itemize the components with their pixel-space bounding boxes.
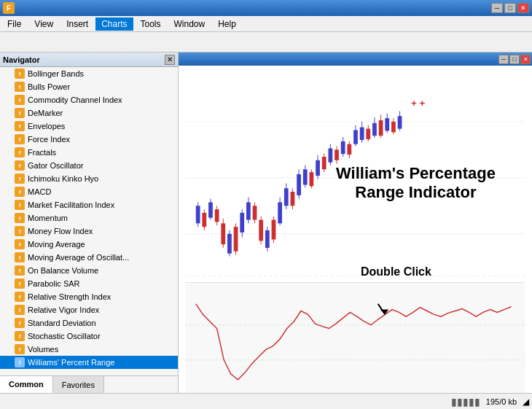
indicator-icon: f <box>15 318 25 328</box>
indicator-moving-average[interactable]: f Moving Average <box>0 238 178 251</box>
indicator-label: Relative Strength Index <box>28 292 111 301</box>
main-layout: Navigator ✕ f Bollinger Bands f Bulls Po… <box>0 52 532 393</box>
navigator-close-button[interactable]: ✕ <box>165 55 175 65</box>
indicator-obv[interactable]: f On Balance Volume <box>0 264 178 277</box>
chart-window: ─ □ ✕ <box>179 52 532 393</box>
indicator-icon: f <box>15 265 25 276</box>
tab-favorites[interactable]: Favorites <box>53 376 104 393</box>
svg-text:+ +: + + <box>411 98 426 109</box>
indicator-std-dev[interactable]: f Standard Deviation <box>0 316 178 330</box>
status-info: 195/0 kb <box>486 397 517 406</box>
minimize-button[interactable]: ─ <box>491 3 503 13</box>
indicator-label: Williams' Percent Range <box>28 358 114 367</box>
navigator-panel: Navigator ✕ f Bollinger Bands f Bulls Po… <box>0 52 179 393</box>
indicator-label: Momentum <box>28 214 68 222</box>
indicator-icon: f <box>15 108 25 118</box>
indicator-icon: f <box>15 160 25 171</box>
indicator-list[interactable]: f Bollinger Bands f Bulls Power f Commod… <box>0 67 178 375</box>
navigator-tabs: Common Favorites <box>0 375 178 393</box>
indicator-label: Bollinger Bands <box>28 69 84 78</box>
indicator-icon: f <box>15 82 25 92</box>
indicator-icon: f <box>15 174 25 184</box>
menu-insert[interactable]: Insert <box>60 17 94 31</box>
indicator-icon: f <box>15 121 25 131</box>
indicator-label: Moving Average <box>28 240 85 249</box>
indicator-icon: f <box>15 134 25 144</box>
chart-inner-header: ─ □ ✕ <box>179 52 532 66</box>
indicator-icon: f <box>15 187 25 197</box>
indicator-ichimoku[interactable]: f Ichimoku Kinko Hyo <box>0 172 178 185</box>
indicator-bollinger-bands[interactable]: f Bollinger Bands <box>0 67 178 80</box>
indicator-gator-oscillator[interactable]: f Gator Oscillator <box>0 159 178 172</box>
indicator-label: Fractals <box>28 148 56 157</box>
indicator-label: Stochastic Oscillator <box>28 332 101 340</box>
indicator-macd[interactable]: f MACD <box>0 185 178 198</box>
indicator-icon: f <box>15 69 25 79</box>
indicator-parabolic-sar[interactable]: f Parabolic SAR <box>0 277 178 290</box>
indicator-icon: f <box>15 278 25 289</box>
window-titlebar: F ─ □ ✕ <box>0 0 532 16</box>
indicator-mfi-market[interactable]: f Market Facilitation Index <box>0 198 178 211</box>
indicator-moving-avg-oscillator[interactable]: f Moving Average of Oscillat... <box>0 251 178 264</box>
menu-charts[interactable]: Charts <box>95 17 133 31</box>
indicator-label: On Balance Volume <box>28 266 98 275</box>
app-icon: F <box>3 2 15 14</box>
indicator-rvi[interactable]: f Relative Vigor Index <box>0 303 178 316</box>
menu-help[interactable]: Help <box>212 17 242 31</box>
indicator-envelopes[interactable]: f Envelopes <box>0 120 178 133</box>
indicator-volumes[interactable]: f Volumes <box>0 343 178 356</box>
indicator-money-flow-index[interactable]: f Money Flow Index <box>0 225 178 238</box>
indicator-force-index[interactable]: f Force Index <box>0 133 178 146</box>
indicator-label: Ichimoku Kinko Hyo <box>28 174 98 183</box>
chart-area: ─ □ ✕ <box>179 52 532 393</box>
indicator-label: Volumes <box>28 345 58 354</box>
indicator-icon: f <box>15 147 25 157</box>
chart-annotation: William's Percentage Range Indicator <box>336 164 496 203</box>
indicator-stochastic[interactable]: f Stochastic Oscillator <box>0 330 178 343</box>
svg-rect-6 <box>185 283 525 393</box>
window-controls[interactable]: ─ □ ✕ <box>491 3 529 13</box>
chart-close-button[interactable]: ✕ <box>520 55 531 64</box>
status-bar: ▮▮▮▮▮ 195/0 kb ◢ <box>0 393 532 409</box>
chart-maximize-button[interactable]: □ <box>509 55 520 64</box>
indicator-williams-percent[interactable]: f Williams' Percent Range <box>0 356 178 369</box>
indicator-icon: f <box>15 95 25 105</box>
indicator-icon: f <box>15 226 25 236</box>
indicator-fractals[interactable]: f Fractals <box>0 146 178 159</box>
indicator-icon: f <box>15 331 25 341</box>
indicator-label: DeMarker <box>28 109 63 117</box>
indicator-icon: f <box>15 292 25 302</box>
indicator-label: Relative Vigor Index <box>28 305 99 314</box>
chart-controls[interactable]: ─ □ ✕ <box>498 55 531 64</box>
menu-bar: File View Insert Charts Tools Window Hel… <box>0 16 532 32</box>
menu-view[interactable]: View <box>28 17 59 31</box>
close-button[interactable]: ✕ <box>517 3 529 13</box>
tab-common[interactable]: Common <box>0 376 53 393</box>
double-click-label: Double Click <box>361 265 431 278</box>
maximize-button[interactable]: □ <box>504 3 516 13</box>
indicator-icon: f <box>15 357 25 367</box>
indicator-label: Standard Deviation <box>28 319 96 327</box>
indicator-label: MACD <box>28 187 51 196</box>
indicator-icon: f <box>15 344 25 354</box>
indicator-rsi[interactable]: f Relative Strength Index <box>0 290 178 303</box>
bars-icon: ▮▮▮▮▮ <box>451 396 480 408</box>
indicator-label: Gator Oscillator <box>28 161 83 170</box>
chart-svg: + + <box>179 66 532 393</box>
indicator-label: Moving Average of Oscillat... <box>28 253 129 262</box>
indicator-demarker[interactable]: f DeMarker <box>0 106 178 120</box>
indicator-bulls-power[interactable]: f Bulls Power <box>0 80 178 93</box>
indicator-icon: f <box>15 239 25 249</box>
menu-file[interactable]: File <box>1 17 27 31</box>
indicator-momentum[interactable]: f Momentum <box>0 211 178 225</box>
chart-minimize-button[interactable]: ─ <box>498 55 509 64</box>
indicator-cci[interactable]: f Commodity Channel Index <box>0 93 178 106</box>
resize-icon: ◢ <box>523 397 529 407</box>
indicator-label: Money Flow Index <box>28 227 93 235</box>
indicator-label: Parabolic SAR <box>28 279 80 288</box>
annotation-line1: William's Percentage <box>336 164 496 182</box>
indicator-icon: f <box>15 252 25 262</box>
indicator-label: Bulls Power <box>28 82 70 91</box>
menu-tools[interactable]: Tools <box>135 17 167 31</box>
menu-window[interactable]: Window <box>168 17 211 31</box>
